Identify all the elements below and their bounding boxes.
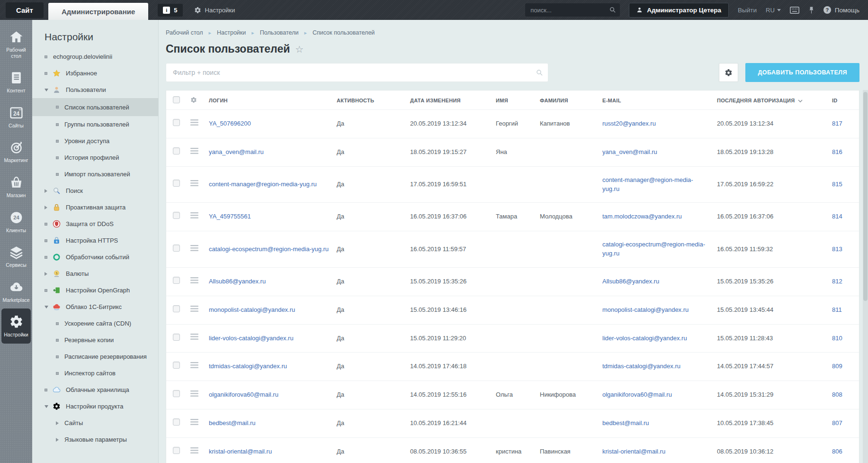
row-login-link[interactable]: bedbest@mail.ru xyxy=(209,419,255,427)
sidebar-item-search[interactable]: Поиск xyxy=(32,182,158,199)
row-id-link[interactable]: 809 xyxy=(832,363,842,370)
drag-handle-icon[interactable] xyxy=(190,277,198,283)
favorite-star-icon[interactable]: ☆ xyxy=(295,44,304,55)
sidebar-item-users[interactable]: Пользователи xyxy=(32,82,158,98)
row-checkbox[interactable] xyxy=(173,277,180,284)
columns-gear-icon[interactable] xyxy=(190,97,197,103)
collapse-arrow-icon[interactable] xyxy=(45,405,52,408)
expand-arrow-icon[interactable] xyxy=(45,189,52,193)
expand-arrow-icon[interactable] xyxy=(45,272,52,276)
breadcrumb-item[interactable]: Список пользователей xyxy=(313,29,375,36)
drag-handle-icon[interactable] xyxy=(190,180,198,186)
row-email-link[interactable]: yana_oven@mail.ru xyxy=(602,148,657,155)
column-header[interactable]: ФАМИЛИЯ xyxy=(536,91,599,110)
collapse-arrow-icon[interactable] xyxy=(45,306,52,309)
expand-arrow-icon[interactable] xyxy=(56,438,63,442)
tab-administration[interactable]: Администрирование xyxy=(48,3,148,20)
search-icon[interactable] xyxy=(609,6,616,13)
row-login-link[interactable]: YA_459755561 xyxy=(209,213,251,220)
sidebar-item-user-groups[interactable]: Группы пользователей xyxy=(32,116,158,133)
column-header[interactable]: E-MAIL xyxy=(599,91,713,110)
sidebar-item-sites-settings[interactable]: Сайты xyxy=(32,415,158,431)
notifications-button[interactable]: i 5 xyxy=(158,4,182,17)
row-id-link[interactable]: 811 xyxy=(832,306,842,313)
drag-handle-icon[interactable] xyxy=(190,390,198,397)
breadcrumb-item[interactable]: Пользователи xyxy=(260,29,299,36)
row-id-link[interactable]: 815 xyxy=(832,181,842,188)
sidebar-item-access-levels[interactable]: Уровни доступа xyxy=(32,133,158,149)
rail-item-settings[interactable]: Настройки xyxy=(1,309,31,344)
column-header[interactable]: ИМЯ xyxy=(492,91,536,110)
sidebar-item-favorites[interactable]: Избранное xyxy=(32,65,158,82)
row-email-link[interactable]: lider-volos-catalogi@yandex.ru xyxy=(602,335,687,342)
row-login-link[interactable]: content-manager@region-media-yug.ru xyxy=(209,181,317,188)
row-checkbox[interactable] xyxy=(173,418,180,426)
rail-item-content[interactable]: Контент xyxy=(1,64,31,100)
row-login-link[interactable]: olganikiforova60@mail.ru xyxy=(209,391,278,398)
rail-item-store[interactable]: Магазин xyxy=(1,169,31,204)
grid-settings-button[interactable] xyxy=(719,63,738,82)
logout-link[interactable]: Выйти xyxy=(738,7,757,14)
add-user-button[interactable]: ДОБАВИТЬ ПОЛЬЗОВАТЕЛЯ xyxy=(745,63,859,82)
row-checkbox[interactable] xyxy=(173,119,180,126)
row-login-link[interactable]: lider-volos-catalogi@yandex.ru xyxy=(209,335,294,342)
drag-handle-icon[interactable] xyxy=(190,119,198,126)
row-id-link[interactable]: 812 xyxy=(832,278,842,285)
row-login-link[interactable]: Allsub86@yandex.ru xyxy=(209,278,266,285)
row-id-link[interactable]: 813 xyxy=(832,245,842,253)
drag-handle-icon[interactable] xyxy=(190,419,198,425)
drag-handle-icon[interactable] xyxy=(190,148,198,154)
column-header[interactable]: АКТИВНОСТЬ xyxy=(333,91,406,110)
select-all-checkbox[interactable] xyxy=(173,96,180,103)
column-header[interactable]: ПОСЛЕДНЯЯ АВТОРИЗАЦИЯ xyxy=(713,91,828,110)
row-id-link[interactable]: 817 xyxy=(832,120,842,127)
row-login-link[interactable]: monopolist-catalogi@yandex.ru xyxy=(209,306,295,313)
topbar-settings-button[interactable]: Настройки xyxy=(194,7,235,14)
column-header[interactable]: ДАТА ИЗМЕНЕНИЯ xyxy=(406,91,492,110)
filter-search-input[interactable] xyxy=(166,63,548,82)
sidebar-item-user-import[interactable]: Импорт пользователей xyxy=(32,166,158,182)
tab-site[interactable]: Сайт xyxy=(6,2,44,18)
row-checkbox[interactable] xyxy=(173,390,180,397)
sidebar-item-cloud-storage[interactable]: Облачные хранилища xyxy=(32,381,158,398)
rail-item-sites[interactable]: 24Сайты xyxy=(1,100,31,135)
row-login-link[interactable]: yana_oven@mail.ru xyxy=(209,148,264,155)
row-login-link[interactable]: kristal-oriental@mail.ru xyxy=(209,448,272,455)
row-email-link[interactable]: content-manager@region-media-yug.ru xyxy=(602,176,693,192)
row-email-link[interactable]: russt20@yandex.ru xyxy=(602,120,656,127)
rail-item-marketplace[interactable]: Marketplace xyxy=(1,274,31,309)
row-id-link[interactable]: 810 xyxy=(832,335,842,342)
rail-item-services[interactable]: Сервисы xyxy=(1,239,31,274)
user-button[interactable]: Администратор Цетера xyxy=(629,3,729,18)
hotkeys-icon[interactable] xyxy=(790,6,799,14)
drag-handle-icon[interactable] xyxy=(190,245,198,251)
sidebar-item-opengraph[interactable]: Настройки OpenGraph xyxy=(32,282,158,299)
column-header[interactable]: ID xyxy=(828,91,859,110)
drag-handle-icon[interactable] xyxy=(190,447,198,454)
row-checkbox[interactable] xyxy=(173,362,180,369)
topbar-search-input[interactable] xyxy=(525,3,620,17)
pin-icon[interactable] xyxy=(808,6,814,14)
rail-item-marketing[interactable]: Маркетинг xyxy=(1,134,31,169)
row-checkbox[interactable] xyxy=(173,180,180,187)
row-email-link[interactable]: monopolist-catalogi@yandex.ru xyxy=(602,306,689,313)
sidebar-item-site-inspector[interactable]: Инспектор сайтов xyxy=(32,365,158,381)
row-email-link[interactable]: catalogi-ecospectrum@region-media-yug.ru xyxy=(602,241,705,257)
row-login-link[interactable]: catalogi-ecospectrum@region-media-yug.ru xyxy=(209,245,329,253)
sidebar-item-proactive-protection[interactable]: Проактивная защита xyxy=(32,199,158,216)
sidebar-item-backup-schedule[interactable]: Расписание резервирования xyxy=(32,348,158,365)
expand-arrow-icon[interactable] xyxy=(56,421,63,425)
sidebar-item-product-settings[interactable]: ll="currentColor">Настройки продукта xyxy=(32,398,158,415)
row-checkbox[interactable] xyxy=(173,245,180,252)
row-checkbox[interactable] xyxy=(173,147,180,154)
scrollbar-thumb[interactable] xyxy=(863,92,868,301)
collapse-arrow-icon[interactable] xyxy=(45,89,52,91)
vertical-scrollbar[interactable] xyxy=(863,90,868,463)
language-selector[interactable]: RU xyxy=(766,7,781,14)
row-checkbox[interactable] xyxy=(173,212,180,219)
drag-handle-icon[interactable] xyxy=(190,362,198,368)
row-id-link[interactable]: 807 xyxy=(832,419,842,427)
row-email-link[interactable]: olganikiforova60@mail.ru xyxy=(602,391,672,398)
row-checkbox[interactable] xyxy=(173,334,180,341)
row-checkbox[interactable] xyxy=(173,305,180,312)
